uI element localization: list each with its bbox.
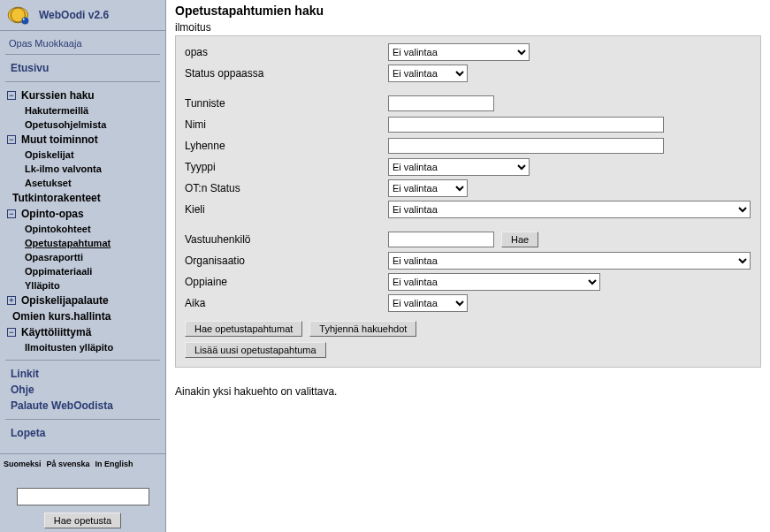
nav-palaute[interactable]: Palaute WebOodista	[5, 398, 160, 414]
nav-lopeta[interactable]: Lopeta	[5, 425, 160, 441]
select-organisaatio[interactable]: Ei valintaa	[388, 252, 751, 270]
label-tunniste: Tunniste	[185, 97, 388, 110]
nav-group-label: Kurssien haku	[21, 89, 95, 102]
nav-group-opinto-opas[interactable]: − Opinto-opas	[5, 206, 160, 222]
sidebar: WebOodi v2.6 Opas Muokkaaja Etusivu − Ku…	[0, 0, 166, 532]
collapse-icon: −	[7, 91, 16, 100]
main-content: Opetustapahtumien haku ilmoitus opas Ei …	[166, 0, 770, 532]
sidebar-search-input[interactable]	[17, 488, 149, 505]
label-ot-status: OT:n Status	[185, 182, 388, 194]
lang-fi[interactable]: Suomeksi	[4, 460, 42, 468]
button-tyhjenna[interactable]: Tyhjennä hakuehdot	[309, 321, 416, 337]
collapse-icon: −	[7, 135, 16, 144]
button-hae-vastuuhenkilo[interactable]: Hae	[501, 232, 538, 247]
language-switcher: Suomeksi På svenska In English	[0, 453, 165, 474]
nav-group-kayttoliittyma[interactable]: − Käyttöliittymä	[5, 324, 160, 340]
label-oppiaine: Oppiaine	[185, 276, 388, 288]
expand-icon: +	[7, 296, 16, 305]
nav-opasraportti[interactable]: Opasraportti	[5, 250, 160, 264]
nav-yllapito[interactable]: Ylläpito	[5, 278, 160, 293]
collapse-icon: −	[7, 209, 16, 218]
label-aika: Aika	[185, 297, 388, 309]
nav-hakutermeilla[interactable]: Hakutermeillä	[5, 103, 160, 118]
nav-opetustapahtumat[interactable]: Opetustapahtumat	[5, 236, 160, 250]
sidebar-search: Hae opetusta	[0, 474, 165, 532]
nav-asetukset[interactable]: Asetukset	[5, 176, 160, 190]
input-lyhenne[interactable]	[388, 138, 664, 154]
weboodi-logo	[5, 4, 34, 27]
nav-lk-ilmo[interactable]: Lk-ilmo valvonta	[5, 162, 160, 176]
ilmoitus-label: ilmoitus	[175, 21, 761, 34]
svg-point-2	[23, 19, 25, 20]
nav-group-label: Opiskelijapalaute	[21, 294, 109, 307]
nav-group-muut-toiminnot[interactable]: − Muut toiminnot	[5, 132, 160, 148]
validation-message: Ainakin yksi hakuehto on valittava.	[175, 385, 761, 398]
select-kieli[interactable]: Ei valintaa	[388, 201, 751, 218]
button-lisaa-uusi[interactable]: Lisää uusi opetustapahtuma	[185, 342, 326, 358]
nav-opintokohteet[interactable]: Opintokohteet	[5, 222, 160, 236]
nav-group-label: Käyttöliittymä	[21, 326, 91, 338]
nav-group-opiskelijapalaute[interactable]: + Opiskelijapalaute	[5, 293, 160, 308]
search-form: opas Ei valintaa Status oppaassa Ei vali…	[175, 35, 761, 368]
sidebar-search-button[interactable]: Hae opetusta	[44, 513, 121, 528]
select-oppiaine[interactable]: Ei valintaa	[388, 273, 600, 291]
label-nimi: Nimi	[185, 118, 388, 131]
label-status-oppaassa: Status oppaassa	[185, 67, 388, 80]
nav-ohje[interactable]: Ohje	[5, 382, 160, 398]
nav-omien-kurs[interactable]: Omien kurs.hallinta	[5, 308, 160, 324]
collapse-icon: −	[7, 328, 16, 337]
label-opas: opas	[185, 46, 388, 58]
brand-title: WebOodi v2.6	[39, 9, 109, 21]
label-lyhenne: Lyhenne	[185, 140, 388, 152]
svg-point-1	[21, 17, 28, 24]
label-kieli: Kieli	[185, 203, 388, 216]
input-vastuuhenkilo[interactable]	[388, 232, 494, 247]
nav-ilmoitusten-yllapito[interactable]: Ilmoitusten ylläpito	[5, 340, 160, 354]
current-user: Opas Muokkaaja	[0, 31, 165, 54]
button-hae-opetustapahtumat[interactable]: Hae opetustapahtumat	[185, 321, 302, 337]
label-organisaatio: Organisaatio	[185, 255, 388, 267]
input-tunniste[interactable]	[388, 95, 494, 111]
select-tyyppi[interactable]: Ei valintaa	[388, 158, 530, 176]
lang-sv[interactable]: På svenska	[47, 460, 90, 468]
label-tyyppi: Tyyppi	[185, 161, 388, 173]
nav-home[interactable]: Etusivu	[5, 60, 160, 76]
nav: Etusivu − Kurssien haku Hakutermeillä Op…	[0, 54, 165, 453]
nav-opetusohjelmista[interactable]: Opetusohjelmista	[5, 118, 160, 132]
page-title: Opetustapahtumien haku	[175, 4, 761, 18]
nav-group-kurssien-haku[interactable]: − Kurssien haku	[5, 87, 160, 103]
nav-linkit[interactable]: Linkit	[5, 366, 160, 382]
select-opas[interactable]: Ei valintaa	[388, 43, 530, 61]
label-vastuuhenkilo: Vastuuhenkilö	[185, 233, 388, 246]
nav-tutkintorakenteet[interactable]: Tutkintorakenteet	[5, 190, 160, 206]
select-status-oppaassa[interactable]: Ei valintaa	[388, 65, 468, 82]
nav-group-label: Muut toiminnot	[21, 133, 98, 146]
input-nimi[interactable]	[388, 117, 664, 133]
lang-en[interactable]: In English	[95, 460, 133, 468]
brand-bar: WebOodi v2.6	[0, 0, 165, 31]
select-ot-status[interactable]: Ei valintaa	[388, 179, 468, 197]
nav-group-label: Opinto-opas	[21, 208, 84, 220]
select-aika[interactable]: Ei valintaa	[388, 294, 468, 312]
nav-oppimateriaali[interactable]: Oppimateriaali	[5, 264, 160, 278]
nav-opiskelijat[interactable]: Opiskelijat	[5, 148, 160, 162]
